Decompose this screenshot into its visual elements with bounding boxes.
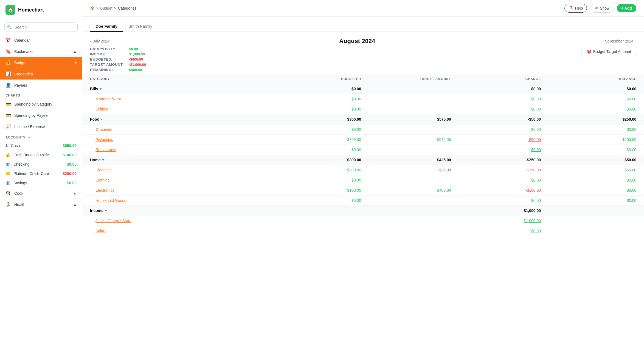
breadcrumb-home[interactable]: 🏠: [90, 6, 95, 10]
account-label: Cash: [11, 143, 20, 148]
bills-target: [369, 84, 459, 94]
sidebar-item-label: Health: [14, 202, 25, 207]
group-row-food[interactable]: Food ▾ $300.00 $575.00 -$50.00 $250.00: [82, 114, 644, 125]
account-label: Checking: [13, 162, 29, 166]
table-row-utilities: Utilities $0.00 $0.00 $0.00: [82, 104, 644, 114]
summary-target: TARGET AMOUNT: -$1,000.00: [90, 63, 146, 67]
mortgage-target: [369, 94, 459, 104]
sidebar-item-calendar[interactable]: 📅 Calendar: [0, 35, 82, 46]
item-name-salary: Salary: [82, 226, 279, 236]
main-content: 🏠 > Budget > Categories ❓ Help 👁 Show + …: [82, 0, 644, 362]
sidebar-item-label: Spending by Payee: [14, 113, 47, 118]
sidebar-item-payees[interactable]: 👤 Payees: [0, 80, 82, 91]
mortgage-budgeted: $0.00: [279, 94, 369, 104]
accounts-menu-icon[interactable]: ···: [28, 135, 32, 140]
chevron-up-icon: ▲: [73, 50, 77, 53]
search-input[interactable]: [4, 22, 78, 32]
bookmarks-icon: 🔖: [5, 49, 11, 54]
account-label: Savings: [13, 181, 27, 185]
item-name-pistachios: Pistachios: [82, 135, 279, 145]
utilities-budgeted: $0.00: [279, 104, 369, 114]
household-goods-change: $0.00: [459, 196, 549, 206]
home-change: -$250.00: [459, 155, 549, 165]
sidebar-item-label: Income / Expense: [14, 125, 45, 129]
sidebar-item-income-expense[interactable]: 📈 Income / Expense: [0, 121, 82, 132]
help-button[interactable]: ❓ Help: [564, 4, 587, 13]
table-row-janes-general-store: Jane's General Store $1,000.00: [82, 216, 644, 226]
household-goods-target: [369, 196, 459, 206]
income-expense-icon: 📈: [5, 124, 11, 129]
clothing-balance: $0.00: [549, 175, 644, 185]
health-icon: 🏃: [5, 202, 11, 207]
prev-month-button[interactable]: ‹ July 2024: [90, 39, 109, 43]
item-name-household-goods: Household Goods: [82, 196, 279, 206]
cook-icon: 🍳: [5, 191, 11, 196]
table-row-electronics: Electronics $100.00 $400.00 -$100.00 $0.…: [82, 185, 644, 196]
item-name-utilities: Utilities: [82, 104, 279, 114]
group-row-home[interactable]: Home ▾ $300.00 $425.00 -$250.00 $50.00: [82, 155, 644, 165]
sidebar-group-health[interactable]: 🏃 Health ▲: [0, 199, 82, 210]
next-month-button[interactable]: September 2024 ›: [605, 39, 636, 43]
utilities-target: [369, 104, 459, 114]
income-change: $1,000.00: [459, 206, 549, 216]
add-button[interactable]: + Add: [617, 4, 636, 12]
income-balance: [549, 206, 644, 216]
sidebar-item-categories[interactable]: 📊 Categories: [0, 68, 82, 80]
home-budgeted: $300.00: [279, 155, 369, 165]
sidebar-account-cash[interactable]: $ Cash $650.00: [0, 141, 82, 150]
chevron-down-icon: ▾: [100, 87, 102, 91]
table-row-cleaning: Cleaning $200.00 $25.00 -$150.00 $50.00: [82, 165, 644, 175]
sidebar-item-label: Categories: [14, 72, 33, 76]
breadcrumb: 🏠 > Budget > Categories: [90, 6, 136, 10]
sidebar-account-savings[interactable]: 🏦 Savings $0.00: [0, 178, 82, 188]
sidebar-item-budget[interactable]: 💰 Budget ▾: [0, 57, 82, 68]
target-icon: 🎯: [586, 49, 591, 54]
help-icon: ❓: [569, 6, 573, 10]
bills-change: $0.00: [459, 84, 549, 94]
cash-buried-icon: 💰: [5, 153, 10, 157]
group-row-income[interactable]: Income ▾ $1,000.00: [82, 206, 644, 216]
col-header-change: CHANGE: [459, 74, 549, 84]
summary-income: INCOME: $1,000.00: [90, 52, 146, 56]
sidebar-item-label: Cook: [14, 191, 23, 196]
spending-payee-icon: 💳: [5, 113, 11, 118]
app-name: Homechart: [18, 7, 44, 13]
food-target: $575.00: [369, 114, 459, 125]
tab-doe-family[interactable]: Doe Family: [90, 21, 123, 32]
sidebar-item-bookmarks[interactable]: 🔖 Bookmarks ▲: [0, 46, 82, 57]
household-goods-balance: $0.00: [549, 196, 644, 206]
sidebar-group-cook[interactable]: 🍳 Cook ▲: [0, 188, 82, 199]
breadcrumb-budget[interactable]: Budget: [100, 6, 112, 10]
item-name-restaurants: Restaurants: [82, 145, 279, 155]
checking-icon: 🏦: [5, 162, 10, 166]
electronics-change: -$100.00: [459, 185, 549, 196]
sidebar-item-spending-category[interactable]: 💳 Spending by Category: [0, 98, 82, 110]
sidebar-item-spending-payee[interactable]: 💳 Spending by Payee: [0, 110, 82, 121]
group-row-bills[interactable]: Bills ▾ $0.00 $0.00 $0.00: [82, 84, 644, 94]
topbar-actions: ❓ Help 👁 Show + Add: [564, 4, 636, 13]
mortgage-change: $0.00: [459, 94, 549, 104]
utilities-balance: $0.00: [549, 104, 644, 114]
spending-category-icon: 💳: [5, 101, 11, 107]
item-name-clothing: Clothing: [82, 175, 279, 185]
sidebar-account-platinum-cc[interactable]: 💳 Platinum Credit Card -$200.00: [0, 169, 82, 178]
sidebar-account-checking[interactable]: 🏦 Checking $0.00: [0, 160, 82, 169]
table-row-household-goods: Household Goods $0.00 $0.00 $0.00: [82, 196, 644, 206]
budget-target-button[interactable]: 🎯 Budget Target Amount: [581, 47, 636, 56]
income-target: [369, 206, 459, 216]
item-name-cleaning: Cleaning: [82, 165, 279, 175]
item-name-groceries: Groceries: [82, 125, 279, 135]
col-header-balance: BALANCE: [549, 74, 644, 84]
home-balance: $50.00: [549, 155, 644, 165]
groceries-budgeted: $0.00: [279, 125, 369, 135]
budget-icon: 💰: [5, 60, 11, 65]
tab-smith-family[interactable]: Smith Family: [123, 21, 158, 32]
show-button[interactable]: 👁 Show: [590, 4, 614, 13]
item-name-janes-general-store: Jane's General Store: [82, 216, 279, 226]
sidebar-account-cash-buried[interactable]: 💰 Cash Buried Outside $100.00: [0, 150, 82, 160]
cleaning-change: -$150.00: [459, 165, 549, 175]
electronics-balance: $0.00: [549, 185, 644, 196]
categories-icon: 📊: [5, 71, 11, 77]
pistachios-change: -$50.00: [459, 135, 549, 145]
utilities-change: $0.00: [459, 104, 549, 114]
